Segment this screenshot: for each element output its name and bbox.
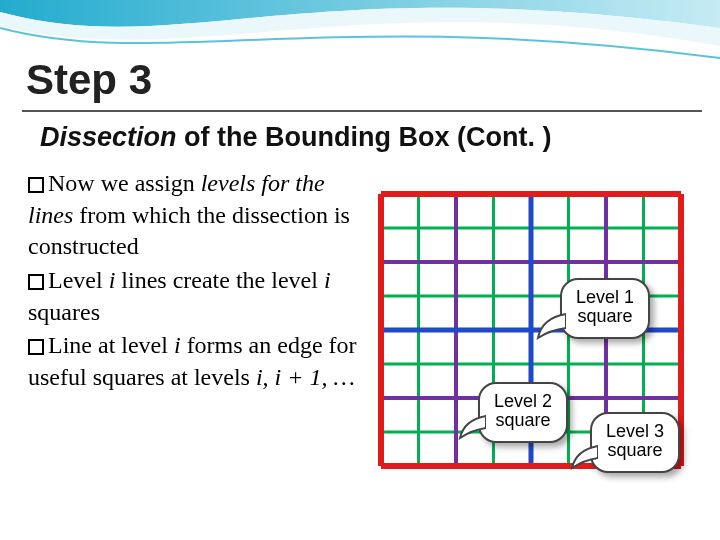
bullet-3-em-b: i, i + 1, … — [256, 364, 355, 390]
callout-tail-icon — [536, 310, 566, 340]
bullet-2-text-b: lines create the level — [115, 267, 324, 293]
body-text: Now we assign levels for the lines from … — [28, 168, 358, 396]
callout-level-2-line1: Level 2 — [494, 391, 552, 411]
bullet-2-text-a: Level — [48, 267, 109, 293]
callout-level-1-line1: Level 1 — [576, 287, 634, 307]
bullet-2-text-c: squares — [28, 299, 100, 325]
slide-subtitle: Dissection of the Bounding Box (Cont. ) — [40, 122, 551, 153]
slide: Step 3 Dissection of the Bounding Box (C… — [0, 0, 720, 540]
subtitle-rest: of the Bounding Box (Cont. ) — [177, 122, 552, 152]
callout-level-2-line2: square — [496, 410, 551, 430]
callout-level-3: Level 3 square — [590, 412, 680, 473]
slide-title: Step 3 — [26, 56, 152, 104]
bullet-3: Line at level i forms an edge for useful… — [28, 330, 358, 393]
bullet-box-icon — [28, 339, 44, 355]
bullet-1-text-b: from which the dissection is constructed — [28, 202, 350, 260]
callout-level-1-line2: square — [578, 306, 633, 326]
bullet-3-em-a: i — [174, 332, 181, 358]
callout-level-1: Level 1 square — [560, 278, 650, 339]
bullet-1-text-a: Now we assign — [48, 170, 201, 196]
bullet-2-em-b: i — [324, 267, 331, 293]
title-underline — [22, 110, 702, 112]
callout-level-2: Level 2 square — [478, 382, 568, 443]
callout-tail-icon — [570, 442, 598, 470]
bullet-box-icon — [28, 274, 44, 290]
bullet-1: Now we assign levels for the lines from … — [28, 168, 358, 263]
callout-level-3-line2: square — [608, 440, 663, 460]
bullet-2: Level i lines create the level i squares — [28, 265, 358, 328]
bullet-box-icon — [28, 177, 44, 193]
bullet-3-text-a: Line at level — [48, 332, 174, 358]
subtitle-emph: Dissection — [40, 122, 177, 152]
callout-tail-icon — [458, 412, 486, 440]
callout-level-3-line1: Level 3 — [606, 421, 664, 441]
